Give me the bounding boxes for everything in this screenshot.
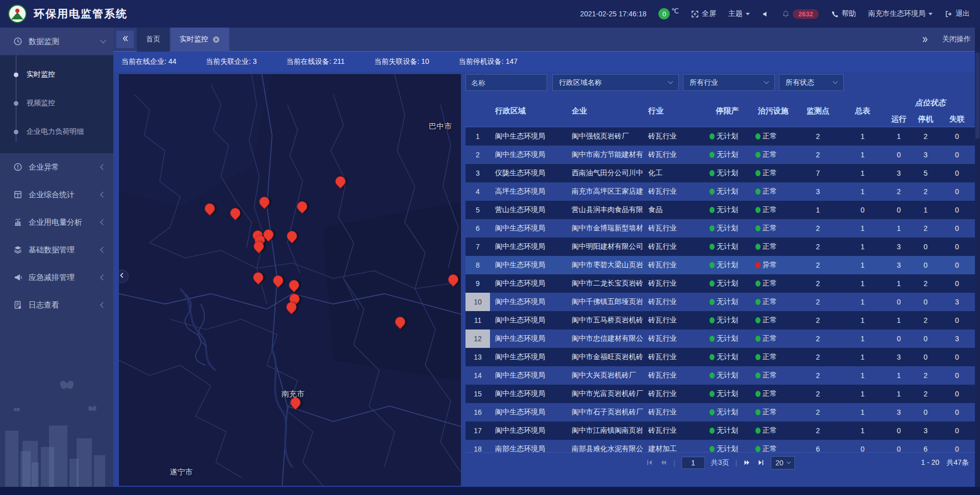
close-operations-button[interactable]: 关闭操作	[942, 35, 971, 44]
cell-company: 阆中强锐页岩砖厂	[567, 127, 643, 146]
sidebar-menu: 数据监测实时监控视频监控企业电力负荷明细企业异常企业综合统计企业用电量分析基础数…	[0, 28, 113, 319]
tab-realtime-monitor[interactable]: 实时监控	[170, 28, 229, 52]
tabs-scroll-right-button[interactable]	[921, 36, 929, 43]
help-button[interactable]: 帮助	[831, 9, 856, 18]
tab-list: 首页实时监控	[137, 28, 230, 52]
stat-value: 44	[168, 57, 177, 65]
page-size-select[interactable]: 20	[771, 456, 795, 469]
cell-total-meters: 1	[840, 274, 886, 293]
chevron-down-icon	[764, 79, 769, 84]
table-row[interactable]: 2阆中生态环境局阆中市南方节能建材有砖瓦行业无计划正常21030	[465, 146, 975, 164]
cell-region: 阆中生态环境局	[490, 385, 567, 403]
page: 环保用电监管系统 2021-02-25 17:46:18 0 ℃ 全屏 主题 2…	[0, 0, 980, 495]
chevron-down-icon	[100, 37, 106, 43]
cell-index: 16	[465, 403, 490, 421]
map-panel[interactable]: 巴中市南充市遂宁市	[119, 74, 461, 486]
sidebar-subitem-realtime-monitor[interactable]: 实时监控	[0, 60, 113, 89]
table-row[interactable]: 3仪陇生态环境局西南油气田分公司川中化工无计划正常71350	[465, 164, 975, 182]
stat-item: 当前失联设备:10	[374, 57, 429, 66]
table-row[interactable]: 13阆中生态环境局阆中市金福旺页岩机砖砖瓦行业无计划正常21300	[465, 348, 975, 366]
chevron-left-icon	[100, 302, 106, 308]
table-row[interactable]: 1阆中生态环境局阆中强锐页岩砖厂砖瓦行业无计划正常21120	[465, 127, 975, 146]
map-city-label: 遂宁市	[169, 467, 192, 477]
sidebar-item-log-view[interactable]: 日志查看	[0, 291, 113, 319]
org-menu-button[interactable]: 南充市生态环境局	[868, 9, 933, 18]
stat-value: 3	[253, 57, 257, 65]
cell-running: 0	[886, 146, 912, 164]
cell-total-meters: 1	[840, 164, 886, 182]
first-page-button[interactable]	[646, 459, 653, 466]
sidebar-item-emergency-reduction[interactable]: 应急减排管理	[0, 264, 113, 291]
industry-filter-select[interactable]: 所有行业	[683, 74, 775, 91]
cell-lost: 0	[939, 274, 975, 293]
logout-icon	[945, 10, 952, 18]
next-page-button[interactable]	[743, 459, 751, 466]
sidebar-subitem-label: 实时监控	[27, 70, 55, 79]
tab-close-icon[interactable]	[212, 36, 220, 43]
cell-index: 1	[465, 127, 490, 146]
sidebar-subitem-video-monitor[interactable]: 视频监控	[0, 89, 113, 117]
sidebar-item-base-data[interactable]: 基础数据管理	[0, 236, 113, 264]
name-filter-input[interactable]	[465, 74, 547, 91]
cell-company: 南充市高坪区王家店建	[567, 182, 643, 201]
theme-button[interactable]: 主题	[728, 9, 750, 18]
sidebar-item-enterprise-abnormal[interactable]: 企业异常	[0, 153, 113, 181]
temperature-widget: 0 ℃	[658, 8, 679, 19]
status-dot-icon	[755, 391, 761, 397]
table-row[interactable]: 17阆中生态环境局阆中市江南镇阆南页岩砖瓦行业无计划正常21030	[465, 421, 975, 440]
table-row[interactable]: 9阆中生态环境局阆中市二龙长宝页岩砖砖瓦行业无计划正常21120	[465, 274, 975, 293]
fullscreen-icon	[691, 10, 699, 18]
cell-limit-status: 无计划	[704, 201, 750, 219]
sidebar-item-label: 企业综合统计	[29, 190, 101, 200]
cell-index: 11	[465, 311, 490, 329]
table-row[interactable]: 4高坪生态环境局南充市高坪区王家店建砖瓦行业无计划正常31220	[465, 182, 975, 201]
pagination-bar: | 共3页 | 20 1 - 20 共47条	[465, 452, 975, 473]
cell-lost: 0	[939, 238, 975, 256]
table-row[interactable]: 15阆中生态环境局阆中市光富页岩机砖厂砖瓦行业无计划正常21120	[465, 385, 975, 403]
cell-lost: 0	[939, 164, 975, 182]
status-dot-icon	[709, 428, 715, 434]
table-row[interactable]: 14阆中生态环境局阆中大兴页岩机砖厂砖瓦行业无计划正常21120	[465, 366, 975, 385]
sidebar-subitem-label: 企业电力负荷明细	[27, 127, 84, 136]
cell-facility-status: 正常	[750, 219, 796, 238]
region-filter-select[interactable]: 行政区域名称	[552, 74, 679, 91]
last-page-button[interactable]	[757, 459, 765, 466]
table-row[interactable]: 7阆中生态环境局阆中明阳建材有限公司砖瓦行业无计划正常21300	[465, 238, 975, 256]
table-row[interactable]: 16阆中生态环境局阆中市石子页岩机砖厂砖瓦行业无计划正常21300	[465, 403, 975, 421]
cell-company: 阆中市五马桥页岩机砖	[567, 311, 643, 329]
table-row[interactable]: 6阆中生态环境局阆中市金博瑞新型墙材砖瓦行业无计划正常21120	[465, 219, 975, 238]
table-row[interactable]: 10阆中生态环境局阆中千佛镇五郎垭页岩砖瓦行业无计划正常21003	[465, 293, 975, 311]
tabs-scroll-left-button[interactable]	[116, 31, 134, 48]
status-dot-icon	[709, 225, 715, 231]
tab-home[interactable]: 首页	[137, 28, 169, 52]
scrollbar-thumb[interactable]	[975, 52, 979, 139]
cell-index: 7	[465, 238, 490, 256]
status-filter-select[interactable]: 所有状态	[779, 74, 844, 91]
page-number-input[interactable]	[681, 457, 705, 469]
table-row[interactable]: 5营山生态环境局营山县润丰肉食品有限食品无计划正常10010	[465, 201, 975, 219]
table-row[interactable]: 12阆中生态环境局阆中市忠信建材有限公砖瓦行业无计划正常21003	[465, 329, 975, 348]
header-datetime: 2021-02-25 17:46:18	[580, 10, 646, 18]
cell-monitor-points: 2	[796, 219, 840, 238]
sidebar-item-data-monitor[interactable]: 数据监测	[0, 28, 113, 55]
fullscreen-button[interactable]: 全屏	[691, 9, 716, 18]
filter-bar: 行政区域名称 所有行业 所有状态	[465, 74, 848, 91]
cell-facility-status: 正常	[750, 293, 796, 311]
cell-limit-status: 无计划	[704, 329, 750, 348]
sidebar-item-power-usage-analysis[interactable]: 企业用电量分析	[0, 208, 113, 236]
tab-label: 实时监控	[180, 35, 208, 44]
sidebar-subitem-power-load-detail[interactable]: 企业电力负荷明细	[0, 117, 113, 146]
cell-monitor-points: 2	[796, 366, 840, 385]
logout-button[interactable]: 退出	[945, 9, 970, 18]
table-row[interactable]: 11阆中生态环境局阆中市五马桥页岩机砖砖瓦行业无计划正常21120	[465, 311, 975, 329]
cell-stopped: 0	[912, 403, 939, 421]
table-row[interactable]: 8阆中生态环境局阆中市枣碧大梁山页岩砖瓦行业无计划异常21300	[465, 256, 975, 274]
prev-page-button[interactable]	[659, 459, 667, 466]
cell-limit-status: 无计划	[704, 293, 750, 311]
notifications-button[interactable]: 2632	[782, 9, 819, 19]
cell-limit-status: 无计划	[704, 274, 750, 293]
sidebar-item-enterprise-stats[interactable]: 企业综合统计	[0, 181, 113, 208]
page-scrollbar[interactable]	[975, 28, 980, 487]
cell-stopped: 0	[912, 348, 939, 366]
mute-button[interactable]	[762, 10, 770, 18]
